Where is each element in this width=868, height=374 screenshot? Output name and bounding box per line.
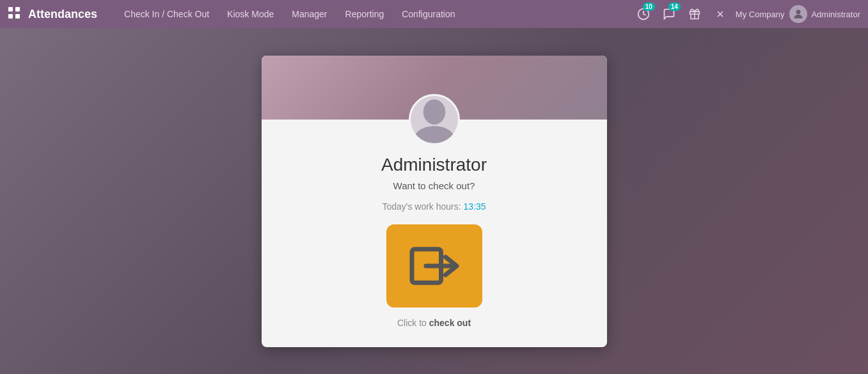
company-name[interactable]: My Company — [736, 10, 785, 19]
svg-rect-1 — [15, 7, 20, 12]
user-name-nav: Administrator — [811, 10, 860, 19]
messages-badge: 14 — [668, 3, 681, 11]
nav-manager[interactable]: Manager — [283, 0, 336, 28]
svg-point-10 — [423, 100, 445, 125]
work-hours-value: 13:35 — [464, 201, 486, 212]
navbar: Attendances Check In / Check Out Kiosk M… — [0, 0, 868, 28]
activity-button[interactable]: 10 — [633, 4, 654, 24]
card-question: Want to check out? — [281, 180, 588, 191]
click-to-checkout-label: Click to check out — [281, 318, 588, 328]
svg-rect-3 — [15, 14, 20, 19]
svg-point-9 — [796, 10, 801, 14]
card-work-hours: Today's work hours: 13:35 — [281, 201, 588, 212]
close-button[interactable] — [710, 4, 730, 24]
nav-right: 10 14 My Company — [633, 4, 860, 24]
nav-reporting[interactable]: Reporting — [336, 0, 393, 28]
app-brand: Attendances — [28, 8, 97, 21]
svg-rect-2 — [8, 14, 13, 19]
nav-links: Check In / Check Out Kiosk Mode Manager … — [115, 0, 633, 28]
messages-button[interactable]: 14 — [659, 4, 679, 24]
card-body: Administrator Want to check out? Today's… — [262, 120, 607, 347]
nav-configuration[interactable]: Configuration — [393, 0, 464, 28]
grid-icon[interactable] — [8, 6, 20, 22]
checkout-button[interactable] — [386, 224, 482, 308]
card-user-name: Administrator — [281, 155, 588, 175]
avatar — [409, 94, 460, 145]
activity-badge: 10 — [643, 3, 655, 11]
nav-kiosk-mode[interactable]: Kiosk Mode — [218, 0, 283, 28]
checkout-card: Administrator Want to check out? Today's… — [262, 56, 607, 347]
gift-button[interactable] — [684, 4, 705, 24]
user-avatar-small — [789, 5, 807, 23]
user-menu[interactable]: Administrator — [789, 5, 860, 23]
checkout-action-label: check out — [429, 318, 471, 328]
svg-rect-0 — [8, 7, 13, 12]
main-background: Administrator Want to check out? Today's… — [0, 28, 868, 374]
nav-check-in-out[interactable]: Check In / Check Out — [115, 0, 218, 28]
card-header — [262, 56, 607, 120]
